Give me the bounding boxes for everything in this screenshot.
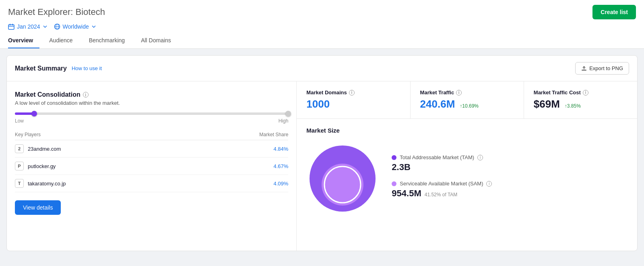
metric-traffic-info[interactable]: i (456, 90, 462, 96)
player-share: 4.09% (273, 181, 288, 187)
geo-filter-label: Worldwide (63, 23, 89, 30)
consolidation-info-icon[interactable]: i (83, 92, 89, 98)
table-row: T takaratomy.co.jp 4.09% (15, 175, 288, 192)
date-filter-label: Jan 2024 (17, 23, 40, 30)
card-body: Market Consolidation i A low level of co… (7, 81, 637, 251)
sam-sub: 41.52% of TAM (425, 192, 458, 197)
how-to-use-link[interactable]: How to use it (72, 65, 102, 71)
slider-track (15, 112, 288, 115)
player-share: 4.84% (273, 146, 288, 152)
svg-rect-7 (582, 70, 586, 71)
sam-info-icon[interactable]: i (486, 181, 492, 187)
tam-info-icon[interactable]: i (477, 155, 483, 160)
slider-high-label: High (279, 118, 289, 124)
metric-cost-change: ↑3.85% (565, 103, 581, 109)
sam-legend-item: Serviceable Available Market (SAM) i 954… (392, 181, 492, 199)
nav-tabs: Overview Audience Benchmarking All Domai… (8, 34, 636, 48)
tab-all-domains[interactable]: All Domains (141, 34, 178, 48)
metric-cost: Market Traffic Cost i $69M ↑3.85% (524, 81, 637, 118)
svg-point-9 (322, 164, 363, 206)
view-details-button[interactable]: View details (15, 200, 61, 215)
sam-value: 954.5M (392, 188, 421, 199)
player-left: T takaratomy.co.jp (15, 179, 66, 188)
title-text: Market Explorer: (8, 7, 73, 17)
tam-legend-item: Total Addressable Market (TAM) i 2.3B (392, 154, 492, 172)
col-share-label: Market Share (259, 132, 288, 137)
table-row: 2 23andme.com 4.84% (15, 140, 288, 158)
slider-thumb-left (31, 111, 37, 116)
tab-overview[interactable]: Overview (8, 34, 39, 48)
consolidation-description: A low level of consolidation within the … (15, 100, 288, 106)
market-size-title: Market Size (306, 127, 627, 134)
metrics-row: Market Domains i 1000 Market Traffic i 2… (297, 81, 637, 119)
metric-cost-info[interactable]: i (583, 90, 588, 96)
create-list-button[interactable]: Create list (592, 5, 636, 19)
date-filter-button[interactable]: Jan 2024 (8, 23, 47, 30)
player-left: 2 23andme.com (15, 144, 61, 153)
metric-cost-value: $69M (534, 98, 560, 110)
slider-labels: Low High (15, 118, 288, 124)
sam-dot (392, 181, 396, 186)
page-title: Market Explorer: Biotech (8, 7, 105, 17)
col-players-label: Key Players (15, 132, 41, 137)
metric-traffic-change: ↑10.69% (460, 103, 479, 109)
player-rank: P (15, 162, 24, 170)
market-size-legend: Total Addressable Market (TAM) i 2.3B Se… (392, 154, 492, 199)
card-header: Market Summary How to use it Export to P… (7, 56, 637, 81)
market-size-section: Market Size (297, 119, 637, 221)
tab-audience[interactable]: Audience (49, 34, 79, 48)
sam-label: Serviceable Available Market (SAM) i (392, 181, 492, 187)
player-name: takaratomy.co.jp (28, 181, 66, 187)
content-area: Market Summary How to use it Export to P… (0, 49, 644, 258)
market-size-chart (306, 140, 379, 213)
card-title: Market Summary (15, 65, 67, 72)
key-players-section: Key Players Market Share 2 23andme.com 4… (15, 132, 288, 192)
player-rank: 2 (15, 144, 24, 153)
tam-dot (392, 155, 396, 160)
right-panel: Market Domains i 1000 Market Traffic i 2… (297, 81, 637, 251)
market-summary-card: Market Summary How to use it Export to P… (6, 55, 638, 251)
metric-cost-label: Market Traffic Cost i (534, 89, 627, 96)
top-bar: Market Explorer: Biotech Create list Jan… (0, 0, 644, 49)
left-panel: Market Consolidation i A low level of co… (7, 81, 297, 251)
filters-row: Jan 2024 Worldwide (8, 23, 636, 30)
title-subtitle: Biotech (76, 7, 105, 17)
globe-icon (54, 23, 60, 30)
slider-thumb-right (285, 111, 291, 116)
sam-value-row: 954.5M 41.52% of TAM (392, 188, 492, 199)
metric-domains-label: Market Domains i (306, 89, 400, 96)
export-button[interactable]: Export to PNG (575, 62, 629, 75)
metric-traffic: Market Traffic i 240.6M ↑10.69% (411, 81, 524, 118)
upload-icon (581, 66, 587, 71)
metric-domains-info[interactable]: i (349, 90, 355, 96)
key-players-header: Key Players Market Share (15, 132, 288, 140)
slider-low-label: Low (15, 118, 24, 124)
title-row: Market Explorer: Biotech Create list (8, 5, 636, 19)
tam-sam-chart-svg (306, 140, 379, 213)
export-label: Export to PNG (589, 65, 623, 71)
consolidation-slider[interactable] (15, 112, 288, 115)
player-left: P putlocker.gy (15, 162, 56, 170)
svg-rect-0 (8, 25, 14, 29)
consolidation-title: Market Consolidation i (15, 91, 288, 98)
player-share: 4.67% (273, 163, 288, 169)
tam-label: Total Addressable Market (TAM) i (392, 154, 492, 160)
table-row: P putlocker.gy 4.67% (15, 158, 288, 175)
player-name: putlocker.gy (28, 163, 56, 169)
card-header-left: Market Summary How to use it (15, 65, 102, 72)
calendar-icon (8, 23, 14, 30)
tam-value: 2.3B (392, 162, 492, 172)
tab-benchmarking[interactable]: Benchmarking (89, 34, 132, 48)
metric-domains: Market Domains i 1000 (297, 81, 410, 118)
chevron-down-icon (43, 24, 47, 29)
market-size-content: Total Addressable Market (TAM) i 2.3B Se… (306, 140, 627, 213)
metric-traffic-row: 240.6M ↑10.69% (420, 98, 514, 110)
chevron-down-icon-geo (91, 24, 96, 29)
metric-cost-row: $69M ↑3.85% (534, 98, 627, 110)
player-name: 23andme.com (28, 146, 61, 152)
page-heading: Market Explorer: Biotech (8, 7, 105, 17)
player-rank: T (15, 179, 24, 188)
metric-traffic-value: 240.6M (420, 98, 455, 110)
geo-filter-button[interactable]: Worldwide (54, 23, 96, 30)
metric-domains-value: 1000 (306, 98, 400, 110)
